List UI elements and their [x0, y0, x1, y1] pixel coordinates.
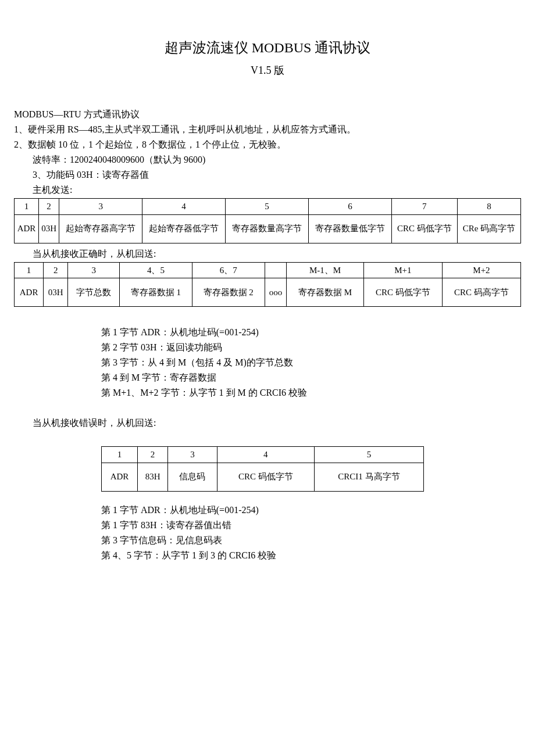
table-cell: ADR: [102, 463, 138, 491]
table-cell: CRC 码低字节: [217, 463, 314, 491]
table-header-cell: 6: [308, 199, 391, 215]
table-cell: CRC 码低字节: [363, 278, 442, 307]
table-cell: 寄存器数量低字节: [308, 214, 391, 243]
slave-reply-err-table: 1 2 3 4 5 ADR 83H 信息码 CRC 码低字节 CRCI1 马高字…: [101, 446, 424, 492]
table-header-cell: 4: [142, 199, 226, 215]
table-header-cell: 2: [138, 447, 168, 463]
table-header-cell: 7: [391, 199, 457, 215]
description-line: 第 4 到 M 字节：寄存器数据: [101, 371, 521, 385]
table-header-cell: M-1、M: [287, 262, 364, 278]
description-line: 第 1 字节 ADR：从机地址码(=001-254): [101, 503, 521, 517]
table-header-cell: 2: [38, 199, 59, 215]
slave-reply-ok-label: 当从机接收正确时，从机回送:: [33, 247, 521, 261]
table-cell: ooo: [265, 278, 287, 307]
table-header-cell: 1: [15, 262, 44, 278]
table-header-cell: 4: [217, 447, 314, 463]
page-title: 超声波流速仪 MODBUS 通讯协议: [14, 37, 521, 58]
table-cell: CRC 码高字节: [442, 278, 520, 307]
table-header-cell: 1: [102, 447, 138, 463]
table-cell: 寄存器数据 M: [287, 278, 364, 307]
table-cell: CRe 码高字节: [457, 214, 520, 243]
table-cell: 03H: [44, 278, 68, 307]
host-send-label: 主机发送:: [33, 183, 521, 197]
table-header-cell: 3: [168, 447, 217, 463]
table-cell: 寄存器数量高字节: [226, 214, 309, 243]
table-cell: 寄存器数据 2: [192, 278, 265, 307]
table-header-cell: 8: [457, 199, 520, 215]
description-line: 第 1 字节 83H：读寄存器值出错: [101, 518, 521, 532]
table-header-cell: M+2: [442, 262, 520, 278]
baud-rate-line: 波特率：1200240048009600（默认为 9600): [33, 153, 521, 167]
dataframe-line: 2、数据帧 10 位，1 个起始位，8 个数据位，1 个停止位，无校验。: [14, 138, 521, 152]
table-cell: 起始寄存器高字节: [59, 214, 142, 243]
table-header-cell: 3: [68, 262, 120, 278]
description-line: 第 1 字节 ADR：从机地址码(=001-254): [101, 325, 521, 339]
table-cell: ADR: [15, 278, 44, 307]
table-cell: 寄存器数据 1: [120, 278, 192, 307]
table-cell: CRCI1 马高字节: [314, 463, 423, 491]
host-send-table: 1 2 3 4 5 6 7 8 ADR 03H 起始寄存器高字节 起始寄存器低字…: [14, 198, 521, 243]
description-line: 第 4、5 字节：从字节 1 到 3 的 CRCI6 校验: [101, 549, 521, 562]
table-header-cell: 5: [226, 199, 309, 215]
version-label: V1.5 版: [14, 63, 521, 78]
table-header-cell: 4、5: [120, 262, 192, 278]
table-header-cell: 1: [15, 199, 39, 215]
function-code-line: 3、功能码 03H：读寄存器值: [33, 168, 521, 182]
table-cell: 83H: [138, 463, 168, 491]
slave-reply-ok-table: 1 2 3 4、5 6、7 M-1、M M+1 M+2 ADR 03H 字节总数…: [14, 262, 521, 307]
table-header-cell: 6、7: [192, 262, 265, 278]
table-header-cell: [265, 262, 287, 278]
table-cell: ADR: [15, 214, 39, 243]
table-header-cell: M+1: [363, 262, 442, 278]
table-cell: 起始寄存器低字节: [142, 214, 226, 243]
table-cell: CRC 码低字节: [391, 214, 457, 243]
description-line: 第 M+1、M+2 字节：从字节 1 到 M 的 CRCI6 校验: [101, 386, 521, 400]
protocol-header: MODBUS—RTU 方式通讯协议: [14, 108, 521, 121]
table-cell: 字节总数: [68, 278, 120, 307]
table-cell: 03H: [38, 214, 59, 243]
hardware-line: 1、硬件采用 RS—485,主从式半双工通讯，主机呼叫从机地址，从机应答方式通讯…: [14, 123, 521, 137]
table-header-cell: 3: [59, 199, 142, 215]
table-header-cell: 5: [314, 447, 423, 463]
slave-reply-err-label: 当从机接收错误时，从机回送:: [33, 416, 521, 430]
table-cell: 信息码: [168, 463, 217, 491]
description-line: 第 3 字节信息码：见信息码表: [101, 533, 521, 547]
description-line: 第 2 字节 03H：返回读功能码: [101, 341, 521, 354]
description-line: 第 3 字节：从 4 到 M（包括 4 及 M)的字节总数: [101, 356, 521, 370]
table-header-cell: 2: [44, 262, 68, 278]
